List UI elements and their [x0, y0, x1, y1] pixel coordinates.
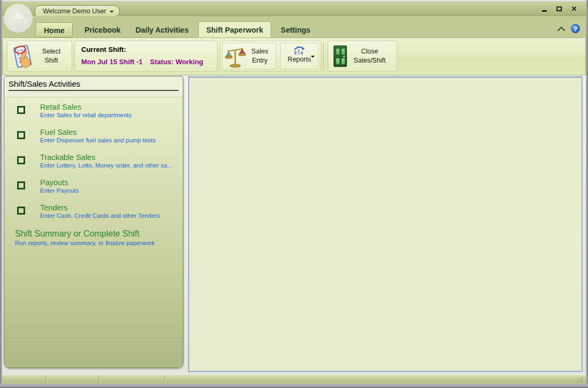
activity-title[interactable]: Retail Sales: [40, 103, 81, 111]
ribbon-tab-row: Home Pricebook Daily Activities Shift Pa…: [2, 16, 586, 37]
sales-actions-group: Sales Entry Reports: [220, 41, 321, 72]
status-bar: [2, 375, 586, 384]
shift-sales-activities-panel: Shift/Sales Activities Retail Sales Ente…: [4, 76, 183, 368]
current-shift-label: Current Shift:: [75, 41, 217, 54]
activity-title[interactable]: Payouts: [40, 178, 68, 187]
select-shift-label: Select Shift: [34, 47, 72, 65]
ribbon-tabs: Home Pricebook Daily Activities Shift Pa…: [36, 21, 318, 37]
activity-title[interactable]: Fuel Sales: [40, 128, 77, 136]
sales-entry-label: Sales Entry: [246, 47, 276, 65]
close-button[interactable]: ✕: [569, 5, 579, 13]
shift-summary-item[interactable]: Shift Summary or Complete Shift Run repo…: [15, 229, 155, 246]
current-shift-status: Status: Working: [150, 58, 203, 66]
activity-subtitle: Enter Payouts: [40, 187, 79, 194]
activity-item-trackable-sales[interactable]: Trackable Sales Enter Lottery, Lotto, Mo…: [4, 153, 183, 177]
activity-subtitle: Enter Dispenser fuel sales and pump test…: [40, 137, 156, 143]
activity-title[interactable]: Trackable Sales: [40, 153, 95, 162]
select-shift-button[interactable]: Select Shift: [7, 41, 72, 72]
checkbox[interactable]: [17, 106, 25, 114]
tab-daily-activities[interactable]: Daily Activities: [128, 22, 196, 37]
ribbon-corner-icons: ?: [557, 24, 580, 33]
activity-item-payouts[interactable]: Payouts Enter Payouts: [4, 178, 183, 202]
help-button[interactable]: ?: [571, 24, 580, 33]
ribbon: Select Shift Current Shift: Mon Jul 15 S…: [2, 37, 586, 75]
caret-down-icon: [110, 11, 114, 13]
main-workspace: [188, 77, 583, 372]
minimize-icon: [542, 10, 547, 12]
logo-text: APEX: [8, 18, 28, 24]
activity-item-retail-sales[interactable]: Retail Sales Enter Sales for retail depa…: [4, 103, 183, 126]
status-bar-separator: [46, 376, 47, 384]
panel-title-rule: [9, 90, 179, 91]
activity-subtitle: Enter Cash. Credit Cards and other Tende…: [40, 212, 160, 219]
minimize-button[interactable]: [539, 5, 549, 13]
maximize-icon: [556, 6, 562, 11]
checkbox[interactable]: [17, 131, 25, 139]
help-icon: ?: [574, 26, 577, 32]
maximize-button[interactable]: [554, 5, 564, 13]
app-window: Welcome Demo User ✕ APEX Home Pricebook …: [0, 0, 588, 388]
window-controls: ✕: [539, 5, 579, 13]
select-shift-icon: [11, 43, 34, 70]
resize-grip[interactable]: [582, 381, 583, 382]
window-frame-bottom: [0, 384, 588, 388]
tab-shift-paperwork[interactable]: Shift Paperwork: [198, 21, 272, 37]
activity-subtitle: Enter Sales for retail departments: [40, 112, 131, 118]
summary-title[interactable]: Shift Summary or Complete Shift: [15, 229, 155, 239]
close-icon: ✕: [571, 5, 577, 13]
title-bar: Welcome Demo User ✕: [2, 2, 586, 16]
status-bar-separator: [99, 376, 99, 384]
reports-label: Reports: [288, 55, 311, 64]
tab-pricebook[interactable]: Pricebook: [77, 22, 128, 37]
current-shift-date: Mon Jul 15 Shift -1: [81, 58, 143, 66]
window-frame-left: [0, 0, 2, 388]
tab-settings[interactable]: Settings: [273, 22, 318, 37]
sales-entry-button[interactable]: Sales Entry: [222, 43, 276, 70]
panel-header: Shift/Sales Activities: [4, 77, 183, 91]
window-frame-top: [0, 0, 588, 2]
activity-item-tenders[interactable]: Tenders Enter Cash. Credit Cards and oth…: [4, 203, 183, 227]
door-icon: [334, 45, 347, 67]
chevron-up-icon: [557, 26, 566, 32]
panel-body: Retail Sales Enter Sales for retail depa…: [4, 97, 183, 368]
user-menu-button[interactable]: Welcome Demo User: [35, 5, 120, 17]
activity-item-fuel-sales[interactable]: Fuel Sales Enter Dispenser fuel sales an…: [4, 128, 183, 151]
activity-title[interactable]: Tenders: [40, 203, 68, 212]
tab-home[interactable]: Home: [36, 22, 73, 37]
checkbox[interactable]: [17, 207, 25, 215]
user-menu-label: Welcome Demo User: [43, 7, 106, 15]
report-chart-icon: [293, 46, 306, 55]
reports-dropdown-icon: [311, 56, 315, 58]
status-bar-separator: [165, 376, 165, 384]
app-logo: APEX: [4, 4, 32, 32]
collapse-ribbon-button[interactable]: [557, 26, 566, 32]
window-frame-right: [586, 0, 588, 388]
checkbox[interactable]: [17, 156, 25, 164]
summary-subtitle: Run reports, review summary, or finalize…: [15, 240, 155, 246]
current-shift-group: Current Shift: Mon Jul 15 Shift -1Status…: [74, 41, 218, 72]
ribbon-separator: [323, 42, 324, 70]
close-sales-shift-button[interactable]: Close Sales/Shift: [328, 41, 397, 72]
panel-footer-rule: [4, 339, 183, 339]
scale-icon: [225, 44, 246, 68]
current-shift-value: Mon Jul 15 Shift -1Status: Working: [75, 54, 217, 66]
panel-title: Shift/Sales Activities: [9, 79, 179, 88]
checkbox[interactable]: [17, 181, 25, 189]
reports-button[interactable]: Reports: [280, 43, 319, 70]
activity-subtitle: Enter Lottery, Lotto, Money order, and o…: [40, 162, 172, 169]
close-sales-shift-label: Close Sales/Shift: [347, 47, 397, 65]
